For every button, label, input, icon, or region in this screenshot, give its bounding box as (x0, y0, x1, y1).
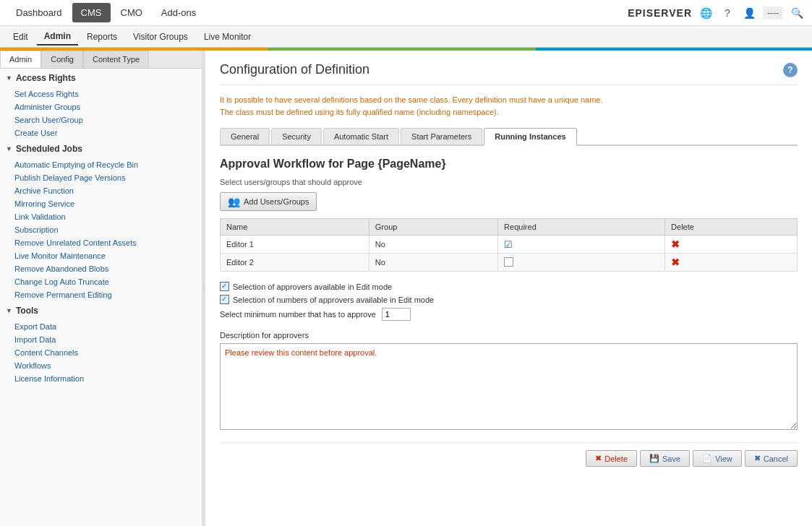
row1-required[interactable]: ☑ (498, 236, 665, 254)
checkbox-unchecked-icon[interactable] (504, 257, 513, 267)
sidebar-item-auto-empty-recycle[interactable]: Automatic Emptying of Recycle Bin (0, 158, 202, 171)
sidebar-item-mirroring-service[interactable]: Mirroring Service (0, 197, 202, 210)
add-users-button[interactable]: 👥 Add Users/Groups (220, 192, 317, 211)
sidebar-item-set-access-rights[interactable]: Set Access Rights (0, 87, 202, 100)
page-title: Configuration of Definition (220, 62, 369, 77)
cancel-button[interactable]: ✖ Cancel (745, 450, 798, 467)
content-title-bar: Configuration of Definition ? (220, 62, 798, 85)
tab-automatic-start[interactable]: Automatic Start (323, 128, 399, 145)
top-navigation: Dashboard CMS CMO Add-ons EPISERVER 🌐 ? … (0, 0, 812, 26)
bottom-buttons: ✖ Delete 💾 Save 📄 View ✖ Cancel (220, 442, 798, 467)
sidebar-item-license-information[interactable]: License Information (0, 372, 202, 385)
add-users-btn-label: Add Users/Groups (244, 197, 309, 206)
second-navigation: Edit Admin Reports Visitor Groups Live M… (0, 26, 812, 48)
user-icon[interactable]: 👤 (741, 5, 757, 21)
save-btn-label: Save (662, 454, 680, 463)
user-name[interactable]: ---- (763, 7, 783, 20)
workflow-title: Approval Workflow for Page {PageName} (220, 158, 798, 171)
sidebar-tab-config[interactable]: Config (41, 51, 83, 68)
approvers-table: Name Group Required Delete Editor 1 No ☑… (220, 218, 798, 272)
checkbox-approvers-edit-icon[interactable] (220, 282, 229, 291)
second-nav-reports[interactable]: Reports (80, 29, 124, 45)
info-line2: The class must be defined using its full… (220, 108, 499, 116)
row2-group: No (369, 254, 497, 272)
tab-running-instances[interactable]: Running Instances (484, 128, 576, 146)
delete-btn-label: Delete (604, 454, 628, 463)
section-access-rights[interactable]: Access Rights (0, 69, 202, 87)
table-row: Editor 1 No ☑ ✖ (221, 236, 798, 254)
info-line1: It is possible to have several definitio… (220, 95, 603, 104)
min-approve-input[interactable] (382, 308, 411, 321)
min-approve-label: Select minimum number that has to approv… (220, 310, 376, 319)
nav-addons[interactable]: Add-ons (153, 3, 205, 22)
tab-start-parameters[interactable]: Start Parameters (401, 128, 482, 145)
description-label: Description for approvers (220, 331, 798, 340)
col-header-delete: Delete (665, 219, 798, 236)
sidebar-item-administer-groups[interactable]: Administer Groups (0, 100, 202, 113)
sidebar-item-subscription[interactable]: Subscription (0, 223, 202, 236)
top-nav-right: EPISERVER 🌐 ? 👤 ---- 🔍 (628, 5, 805, 21)
sidebar-item-change-log-truncate[interactable]: Change Log Auto Truncate (0, 275, 202, 288)
sidebar-item-content-channels[interactable]: Content Channels (0, 346, 202, 359)
view-btn-icon: 📄 (702, 454, 712, 463)
cancel-btn-icon: ✖ (754, 454, 761, 463)
sidebar-item-link-validation[interactable]: Link Validation (0, 210, 202, 223)
sidebar-item-remove-abandoned-blobs[interactable]: Remove Abandoned Blobs (0, 262, 202, 275)
sidebar-item-publish-delayed[interactable]: Publish Delayed Page Versions (0, 171, 202, 184)
delete-row2-icon[interactable]: ✖ (671, 256, 680, 268)
col-header-name: Name (221, 219, 369, 236)
sidebar-item-remove-permanent-editing[interactable]: Remove Permanent Editing (0, 288, 202, 301)
delete-button[interactable]: ✖ Delete (586, 450, 637, 467)
sidebar-item-export-data[interactable]: Export Data (0, 320, 202, 333)
cancel-btn-label: Cancel (764, 454, 788, 463)
view-btn-label: View (715, 454, 732, 463)
section-scheduled-jobs[interactable]: Scheduled Jobs (0, 139, 202, 158)
second-nav-admin[interactable]: Admin (37, 28, 78, 46)
nav-cms[interactable]: CMS (72, 3, 111, 22)
tab-security[interactable]: Security (271, 128, 322, 145)
description-textarea[interactable]: Please review this content before approv… (220, 343, 798, 430)
nav-cmo[interactable]: CMO (112, 3, 151, 22)
table-row: Editor 2 No ✖ (221, 254, 798, 272)
row1-delete[interactable]: ✖ (665, 236, 798, 254)
select-users-label: Select users/groups that should approve (220, 178, 798, 186)
sidebar-item-create-user[interactable]: Create User (0, 126, 202, 139)
main-layout: Admin Config Content Type Access Rights … (0, 51, 812, 526)
save-button[interactable]: 💾 Save (640, 450, 690, 467)
sidebar-item-remove-unrelated[interactable]: Remove Unrelated Content Assets (0, 236, 202, 249)
col-header-group: Group (369, 219, 497, 236)
tab-general[interactable]: General (220, 128, 270, 145)
second-nav-edit[interactable]: Edit (6, 29, 35, 45)
view-button[interactable]: 📄 View (693, 450, 742, 467)
sidebar-tabs: Admin Config Content Type (0, 51, 202, 69)
row1-name: Editor 1 (221, 236, 369, 254)
sidebar-item-archive-function[interactable]: Archive Function (0, 184, 202, 197)
episerver-logo: EPISERVER (628, 7, 692, 19)
checkbox-approvers-edit-label: Selection of approvers available in Edit… (233, 283, 392, 291)
second-nav-visitor-groups[interactable]: Visitor Groups (126, 29, 195, 45)
sidebar-item-workflows[interactable]: Workflows (0, 359, 202, 372)
section-tools[interactable]: Tools (0, 301, 202, 320)
nav-dashboard[interactable]: Dashboard (7, 3, 71, 22)
sidebar-item-search-user-group[interactable]: Search User/Group (0, 113, 202, 126)
row1-group: No (369, 236, 497, 254)
sidebar: Admin Config Content Type Access Rights … (0, 51, 202, 526)
delete-row1-icon[interactable]: ✖ (671, 238, 680, 250)
sidebar-tab-content-type[interactable]: Content Type (83, 51, 149, 68)
sidebar-tab-admin[interactable]: Admin (0, 51, 41, 68)
col-header-required: Required (498, 219, 665, 236)
top-nav-left: Dashboard CMS CMO Add-ons (7, 3, 205, 22)
globe-icon[interactable]: 🌐 (698, 5, 714, 21)
save-btn-icon: 💾 (649, 454, 659, 463)
checkbox-numbers-edit-icon[interactable] (220, 295, 229, 304)
help-circle-icon[interactable]: ? (783, 63, 798, 77)
checkbox-row-2: Selection of numbers of approvers availa… (220, 295, 798, 304)
row2-required[interactable] (498, 254, 665, 272)
sidebar-item-import-data[interactable]: Import Data (0, 333, 202, 346)
help-icon[interactable]: ? (719, 5, 735, 21)
row2-delete[interactable]: ✖ (665, 254, 798, 272)
second-nav-live-monitor[interactable]: Live Monitor (197, 29, 258, 45)
checkbox-checked-icon[interactable]: ☑ (504, 239, 513, 250)
sidebar-item-live-monitor-maintenance[interactable]: Live Monitor Maintenance (0, 249, 202, 262)
search-icon[interactable]: 🔍 (789, 5, 805, 21)
